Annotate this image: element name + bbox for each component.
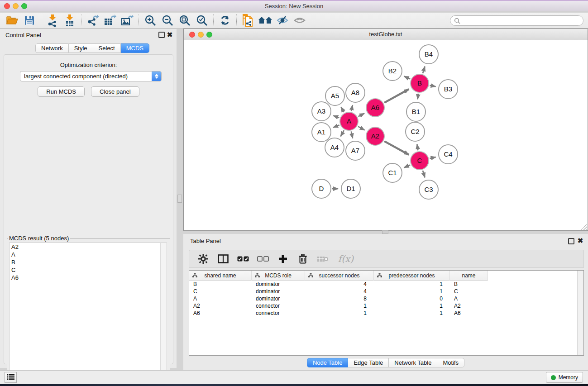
graph-edge-C-C3[interactable] — [423, 171, 425, 177]
graph-node-A4[interactable]: A4 — [325, 138, 344, 157]
graph-edge-C-C2[interactable] — [417, 144, 418, 151]
table-row[interactable]: A2connector11A2 — [189, 302, 577, 310]
tab-edge-table[interactable]: Edge Table — [348, 358, 389, 367]
delete-column-button[interactable] — [296, 252, 310, 266]
first-neighbors-button[interactable] — [257, 14, 274, 27]
graph-edge-A2-C[interactable] — [384, 141, 409, 155]
zoom-in-button[interactable] — [142, 14, 159, 27]
new-network-from-selection-button[interactable] — [239, 14, 257, 27]
tab-node-table[interactable]: Node Table — [307, 358, 349, 367]
graph-node-B4[interactable]: B4 — [419, 45, 438, 64]
table-cell[interactable]: 4 — [305, 288, 374, 295]
graph-node-A[interactable]: A — [340, 112, 358, 130]
graph-node-D[interactable]: D — [312, 179, 331, 198]
vertical-splitter-handle[interactable] — [177, 195, 182, 203]
criterion-dropdown[interactable]: largest connected component (directed) — [20, 71, 162, 81]
table-cell[interactable]: B — [450, 281, 488, 288]
network-canvas[interactable]: B4B2BB3B1A5A8A3A6AA1C2A4A7A2CC4C1C3DD1 — [184, 40, 588, 230]
graph-node-A3[interactable]: A3 — [312, 102, 331, 121]
float-panel-icon[interactable] — [568, 238, 574, 244]
zoom-fit-button[interactable] — [176, 14, 193, 27]
table-cell[interactable]: connector — [252, 302, 305, 310]
graph-node-C[interactable]: C — [411, 152, 429, 170]
graph-edge-A-A5[interactable] — [341, 107, 344, 112]
table-cell[interactable]: 1 — [374, 281, 450, 288]
table-cell[interactable]: C — [189, 288, 252, 295]
column-header-shared-name[interactable]: shared name — [189, 271, 252, 281]
column-header-predecessor-nodes[interactable]: predecessor nodes — [374, 271, 450, 281]
table-cell[interactable]: 4 — [305, 281, 374, 288]
result-list-item[interactable]: A6 — [10, 274, 167, 281]
table-cell[interactable]: 8 — [305, 295, 374, 302]
table-cell[interactable]: A2 — [189, 302, 252, 310]
graph-edge-B-B2[interactable] — [404, 76, 410, 79]
graph-edge-A-A8[interactable] — [351, 105, 353, 111]
table-row[interactable]: A6connector11A6 — [189, 310, 577, 317]
table-cell[interactable]: A6 — [189, 310, 252, 317]
graph-node-B[interactable]: B — [411, 74, 429, 92]
graph-edge-A-A2[interactable] — [358, 126, 365, 130]
graph-node-C2[interactable]: C2 — [406, 122, 425, 141]
tab-mcds[interactable]: MCDS — [121, 43, 149, 53]
result-list-item[interactable]: A2 — [10, 243, 167, 251]
column-header-name[interactable]: name — [450, 271, 488, 281]
table-cell[interactable]: C — [450, 288, 488, 295]
zoom-selected-button[interactable] — [193, 14, 210, 27]
column-header-MCDS-role[interactable]: MCDS role — [252, 271, 305, 281]
table-settings-button[interactable] — [196, 252, 210, 266]
table-cell[interactable]: A — [450, 295, 488, 302]
table-cell[interactable]: 1 — [374, 310, 450, 317]
graph-node-B3[interactable]: B3 — [439, 80, 458, 99]
graph-node-A7[interactable]: A7 — [346, 141, 365, 160]
tab-select[interactable]: Select — [93, 43, 121, 53]
delete-table-button[interactable] — [316, 252, 330, 266]
add-column-button[interactable] — [276, 252, 290, 266]
graph-node-A1[interactable]: A1 — [312, 123, 331, 142]
graph-edge-C-C1[interactable] — [404, 165, 410, 167]
open-session-button[interactable] — [4, 14, 21, 27]
table-cell[interactable]: 1 — [374, 288, 450, 295]
tab-network[interactable]: Network — [35, 43, 69, 53]
memory-button[interactable]: Memory — [546, 372, 583, 383]
hide-selected-button[interactable] — [274, 14, 291, 27]
select-all-columns-button[interactable] — [236, 252, 250, 266]
table-row[interactable]: Bdominator41B — [189, 281, 577, 288]
graph-edge-A-A4[interactable] — [341, 130, 344, 136]
result-list-scrollbar[interactable] — [160, 243, 167, 386]
table-cell[interactable]: dominator — [252, 281, 305, 288]
graph-edge-A-A6[interactable] — [358, 113, 364, 116]
graph-node-B1[interactable]: B1 — [406, 102, 425, 121]
column-header-successor-nodes[interactable]: successor nodes — [305, 271, 374, 281]
graph-node-C4[interactable]: C4 — [439, 145, 458, 164]
close-panel-icon[interactable]: ✖ — [577, 238, 583, 244]
save-session-button[interactable] — [21, 14, 38, 27]
graph-edge-C-C4[interactable] — [430, 157, 435, 158]
table-cell[interactable]: 0 — [374, 295, 450, 302]
deselect-all-columns-button[interactable] — [256, 252, 270, 266]
window-resize-grip[interactable] — [581, 224, 587, 230]
show-panel-list-button[interactable] — [5, 372, 17, 383]
graph-node-C3[interactable]: C3 — [419, 180, 438, 199]
export-network-button[interactable] — [84, 14, 101, 27]
graph-node-A2[interactable]: A2 — [366, 127, 384, 145]
table-cell[interactable]: A6 — [450, 310, 488, 317]
table-cell[interactable]: 1 — [374, 302, 450, 310]
table-row[interactable]: Cdominator41C — [189, 288, 577, 295]
close-panel-button[interactable]: Close panel — [91, 86, 139, 97]
table-cell[interactable]: A2 — [450, 302, 488, 310]
result-list-item[interactable]: C — [10, 266, 167, 274]
table-cell[interactable]: 1 — [305, 302, 374, 310]
float-panel-icon[interactable] — [158, 32, 165, 38]
close-panel-icon[interactable]: ✖ — [167, 32, 173, 38]
graph-edge-A6-B[interactable] — [384, 89, 409, 103]
graph-node-A8[interactable]: A8 — [346, 83, 365, 102]
horizontal-splitter-handle[interactable] — [382, 230, 388, 234]
result-list-item[interactable]: B — [10, 258, 167, 266]
table-cell[interactable]: 1 — [305, 310, 374, 317]
split-table-button[interactable] — [216, 252, 230, 266]
graph-edge-B-B1[interactable] — [418, 94, 419, 99]
export-image-button[interactable] — [119, 14, 136, 27]
graph-node-A5[interactable]: A5 — [325, 86, 344, 105]
graph-edge-A-A7[interactable] — [351, 131, 353, 138]
graph-node-B2[interactable]: B2 — [383, 62, 402, 81]
